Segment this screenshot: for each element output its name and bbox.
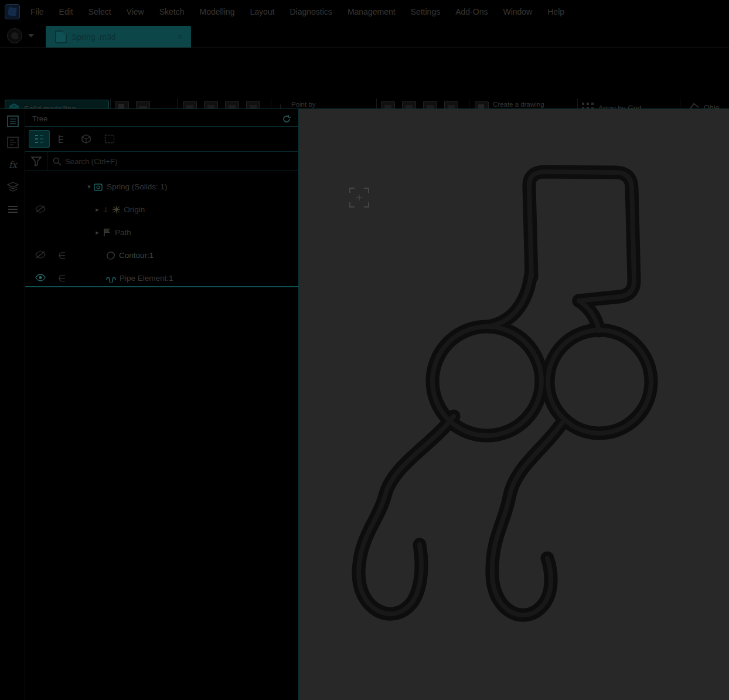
document-tab[interactable]: Spring .m3d × <box>46 26 191 47</box>
quick-access-dropdown-icon[interactable] <box>28 34 34 38</box>
menu-item-edit[interactable]: Edit <box>59 7 73 16</box>
tree-row-path[interactable]: ▸ Path <box>25 221 299 244</box>
menu-item-view[interactable]: View <box>127 7 144 16</box>
tree-row-contour[interactable]: ∈ Contour:1 <box>25 244 299 267</box>
path-flag-icon <box>103 228 111 237</box>
pipe-element-icon <box>106 274 116 283</box>
tab-selection-set[interactable] <box>99 130 120 148</box>
variables-fx-icon[interactable]: fx <box>5 157 21 172</box>
search-icon <box>53 157 62 166</box>
part-icon <box>93 182 103 192</box>
filter-button[interactable] <box>25 152 48 171</box>
contour-shape-icon <box>106 251 115 260</box>
expand-closed-icon[interactable]: ▸ <box>93 229 101 236</box>
tree-search-row <box>25 151 299 171</box>
tree-row-root[interactable]: ▾ Spring (Solids: 1) <box>25 175 299 198</box>
tab-history-tree[interactable] <box>52 130 73 148</box>
funnel-icon <box>31 157 42 166</box>
document-icon <box>55 30 67 43</box>
layers-icon[interactable] <box>5 179 21 195</box>
membership-icon: ∈ <box>58 250 66 261</box>
visibility-on-icon[interactable] <box>33 273 47 284</box>
document-tab-title: Spring .m3d <box>71 32 175 42</box>
expand-closed-icon[interactable]: ▸ <box>93 206 101 213</box>
tree-item-label: Path <box>115 228 131 237</box>
menu-list-icon[interactable] <box>5 202 21 217</box>
menu-item-modelling[interactable]: Modelling <box>200 7 235 16</box>
tree-panel-tabs <box>29 130 120 148</box>
tree-panel-header: Tree <box>25 111 298 127</box>
spring-3d-model[interactable] <box>299 109 729 700</box>
fx-glyph: fx <box>9 159 17 170</box>
menu-item-window[interactable]: Window <box>503 7 532 16</box>
menu-item-select[interactable]: Select <box>88 7 111 16</box>
membership-icon: ∈ <box>58 273 66 284</box>
origin-axes-icon: ⊥ <box>103 205 109 214</box>
tab-3d-model[interactable] <box>76 130 97 148</box>
menu-item-sketch[interactable]: Sketch <box>159 7 185 16</box>
tree-item-label: Pipe Element:1 <box>120 274 173 283</box>
menu-item-layout[interactable]: Layout <box>250 7 274 16</box>
close-tab-icon[interactable]: × <box>175 32 185 42</box>
visibility-off-icon[interactable] <box>33 250 47 261</box>
diagnostics-panel-icon[interactable] <box>5 135 21 150</box>
refresh-icon[interactable] <box>282 114 291 124</box>
visibility-off-icon[interactable] <box>33 205 47 215</box>
tab-structure-tree[interactable] <box>29 130 50 148</box>
menu-item-diagnostics[interactable]: Diagnostics <box>290 7 332 16</box>
origin-star-icon <box>113 206 120 213</box>
menu-item-file[interactable]: File <box>30 7 44 16</box>
tree-item-label: Contour:1 <box>119 251 154 260</box>
viewport-3d[interactable] <box>299 109 729 700</box>
menu-bar: File Edit Select View Sketch Modelling L… <box>0 0 729 23</box>
tree-item-label: Spring (Solids: 1) <box>107 182 168 191</box>
app-window: File Edit Select View Sketch Modelling L… <box>0 0 729 700</box>
tree-panel-title: Tree <box>32 114 282 123</box>
menu-item-help[interactable]: Help <box>547 7 564 16</box>
quick-access-button[interactable] <box>7 28 22 43</box>
expand-open-icon[interactable]: ▾ <box>85 183 93 191</box>
model-structure-icon[interactable] <box>5 114 21 129</box>
tree-row-origin[interactable]: ▸ ⊥ Origin <box>25 198 299 221</box>
search-input[interactable] <box>62 157 299 166</box>
ribbon: Solid modelling Wireframe and surfaces <box>0 48 729 108</box>
menu-item-addons[interactable]: Add-Ons <box>455 7 488 16</box>
menu-item-management[interactable]: Management <box>348 7 396 16</box>
tree-item-label: Origin <box>124 205 145 214</box>
left-tool-strip: fx <box>0 109 25 700</box>
model-tree-panel: Tree <box>25 109 299 700</box>
menu-item-settings[interactable]: Settings <box>411 7 441 16</box>
tree-selection-underline <box>25 286 299 287</box>
